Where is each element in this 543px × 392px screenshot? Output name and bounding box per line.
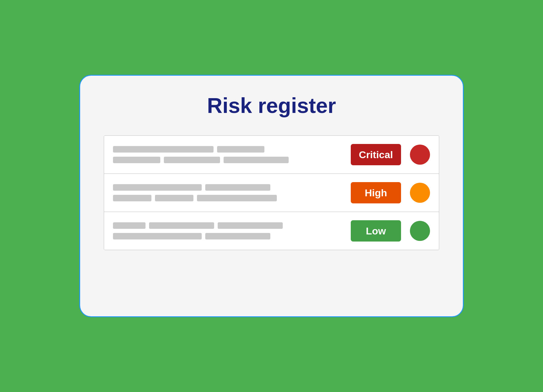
text-lines-top [113, 146, 342, 153]
row-content-high [113, 184, 351, 201]
low-indicator [410, 221, 430, 241]
table-row: Critical [104, 136, 439, 174]
low-badge: Low [351, 220, 401, 242]
critical-badge: Critical [351, 144, 401, 165]
placeholder-text [205, 184, 270, 191]
page-title: Risk register [207, 93, 336, 118]
risk-register-card: Risk register Critical [79, 75, 464, 317]
placeholder-text [224, 157, 289, 163]
placeholder-text [113, 233, 202, 239]
placeholder-text [113, 222, 146, 229]
table-row: Low [104, 212, 439, 250]
text-lines-bottom [113, 157, 342, 163]
placeholder-text [113, 195, 151, 201]
text-lines-top [113, 222, 342, 229]
row-content-critical [113, 146, 351, 163]
placeholder-text [197, 195, 277, 201]
placeholder-text [149, 222, 214, 229]
placeholder-text [205, 233, 270, 239]
placeholder-text [113, 146, 214, 153]
row-content-low [113, 222, 351, 239]
critical-indicator [410, 145, 430, 165]
text-lines-top [113, 184, 342, 191]
text-lines-bottom [113, 195, 342, 201]
placeholder-text [217, 146, 264, 153]
placeholder-text [113, 184, 202, 191]
placeholder-text [218, 222, 283, 229]
high-badge: High [351, 182, 401, 203]
risk-table: Critical High [104, 135, 439, 250]
text-lines-bottom [113, 233, 342, 239]
placeholder-text [113, 157, 160, 163]
high-indicator [410, 183, 430, 203]
table-row: High [104, 174, 439, 212]
placeholder-text [164, 157, 220, 163]
placeholder-text [155, 195, 193, 201]
